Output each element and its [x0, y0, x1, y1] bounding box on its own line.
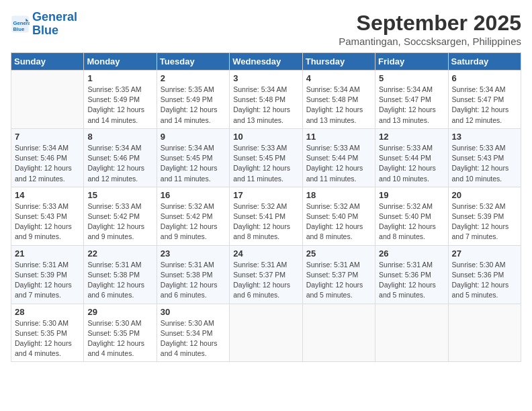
- page-header: General Blue General Blue September 2025…: [11, 11, 521, 47]
- day-info: Sunrise: 5:30 AM Sunset: 5:34 PM Dayligh…: [161, 318, 226, 359]
- weekday-header-friday: Friday: [375, 53, 448, 71]
- calendar-week-row: 1Sunrise: 5:35 AM Sunset: 5:49 PM Daylig…: [11, 71, 521, 129]
- day-info: Sunrise: 5:35 AM Sunset: 5:49 PM Dayligh…: [161, 85, 226, 126]
- logo-icon: General Blue: [11, 15, 30, 34]
- day-number: 15: [87, 190, 152, 200]
- day-number: 7: [15, 132, 80, 142]
- calendar-cell: 18Sunrise: 5:32 AM Sunset: 5:40 PM Dayli…: [302, 187, 375, 245]
- day-info: Sunrise: 5:33 AM Sunset: 5:43 PM Dayligh…: [452, 143, 517, 184]
- calendar-cell: 25Sunrise: 5:31 AM Sunset: 5:37 PM Dayli…: [302, 245, 375, 304]
- day-info: Sunrise: 5:30 AM Sunset: 5:36 PM Dayligh…: [452, 260, 517, 301]
- day-info: Sunrise: 5:34 AM Sunset: 5:48 PM Dayligh…: [233, 85, 298, 126]
- calendar-cell: 3Sunrise: 5:34 AM Sunset: 5:48 PM Daylig…: [230, 71, 302, 129]
- svg-text:Blue: Blue: [13, 26, 25, 32]
- calendar-cell: 26Sunrise: 5:31 AM Sunset: 5:36 PM Dayli…: [375, 245, 448, 304]
- day-number: 22: [87, 248, 152, 259]
- day-number: 6: [452, 73, 517, 83]
- day-number: 18: [306, 190, 371, 200]
- calendar-cell: 11Sunrise: 5:33 AM Sunset: 5:44 PM Dayli…: [302, 128, 375, 187]
- day-number: 9: [161, 132, 226, 142]
- day-number: 8: [87, 132, 152, 142]
- calendar-week-row: 21Sunrise: 5:31 AM Sunset: 5:39 PM Dayli…: [11, 245, 521, 304]
- calendar-cell: 4Sunrise: 5:34 AM Sunset: 5:48 PM Daylig…: [302, 71, 375, 129]
- day-info: Sunrise: 5:34 AM Sunset: 5:47 PM Dayligh…: [452, 85, 517, 126]
- weekday-row: SundayMondayTuesdayWednesdayThursdayFrid…: [11, 53, 521, 71]
- calendar-cell: 8Sunrise: 5:34 AM Sunset: 5:46 PM Daylig…: [84, 128, 157, 187]
- logo-line1: General: [32, 10, 77, 24]
- weekday-header-wednesday: Wednesday: [230, 53, 302, 71]
- calendar-cell: 13Sunrise: 5:33 AM Sunset: 5:43 PM Dayli…: [448, 128, 521, 187]
- calendar-cell: 7Sunrise: 5:34 AM Sunset: 5:46 PM Daylig…: [11, 128, 84, 187]
- day-info: Sunrise: 5:32 AM Sunset: 5:42 PM Dayligh…: [161, 201, 226, 242]
- month-title: September 2025: [339, 11, 521, 36]
- title-block: September 2025 Pamantingan, Soccsksargen…: [339, 11, 521, 47]
- day-number: 21: [15, 248, 80, 259]
- calendar-table: SundayMondayTuesdayWednesdayThursdayFrid…: [11, 52, 521, 362]
- weekday-header-saturday: Saturday: [448, 53, 521, 71]
- day-number: 20: [452, 190, 517, 200]
- day-number: 27: [452, 248, 517, 259]
- calendar-week-row: 7Sunrise: 5:34 AM Sunset: 5:46 PM Daylig…: [11, 128, 521, 187]
- calendar-header: SundayMondayTuesdayWednesdayThursdayFrid…: [11, 53, 521, 71]
- calendar-cell: 5Sunrise: 5:34 AM Sunset: 5:47 PM Daylig…: [375, 71, 448, 129]
- weekday-header-tuesday: Tuesday: [157, 53, 229, 71]
- calendar-cell: [448, 304, 521, 362]
- day-number: 23: [161, 248, 226, 259]
- calendar-cell: 27Sunrise: 5:30 AM Sunset: 5:36 PM Dayli…: [448, 245, 521, 304]
- calendar-cell: [230, 304, 302, 362]
- calendar-cell: 2Sunrise: 5:35 AM Sunset: 5:49 PM Daylig…: [157, 71, 229, 129]
- day-number: 14: [15, 190, 80, 200]
- calendar-body: 1Sunrise: 5:35 AM Sunset: 5:49 PM Daylig…: [11, 71, 521, 362]
- day-info: Sunrise: 5:32 AM Sunset: 5:41 PM Dayligh…: [233, 201, 298, 242]
- day-number: 2: [161, 73, 226, 83]
- day-info: Sunrise: 5:35 AM Sunset: 5:49 PM Dayligh…: [87, 85, 152, 126]
- day-info: Sunrise: 5:30 AM Sunset: 5:35 PM Dayligh…: [87, 318, 152, 359]
- day-info: Sunrise: 5:34 AM Sunset: 5:48 PM Dayligh…: [306, 85, 371, 126]
- day-info: Sunrise: 5:34 AM Sunset: 5:46 PM Dayligh…: [87, 143, 152, 184]
- calendar-cell: 15Sunrise: 5:33 AM Sunset: 5:42 PM Dayli…: [84, 187, 157, 245]
- day-info: Sunrise: 5:31 AM Sunset: 5:37 PM Dayligh…: [233, 260, 298, 301]
- calendar-cell: 17Sunrise: 5:32 AM Sunset: 5:41 PM Dayli…: [230, 187, 302, 245]
- day-info: Sunrise: 5:30 AM Sunset: 5:35 PM Dayligh…: [15, 318, 80, 359]
- day-number: 24: [233, 248, 298, 259]
- logo: General Blue General Blue: [11, 11, 77, 38]
- day-info: Sunrise: 5:31 AM Sunset: 5:39 PM Dayligh…: [15, 260, 80, 301]
- calendar-cell: 24Sunrise: 5:31 AM Sunset: 5:37 PM Dayli…: [230, 245, 302, 304]
- day-number: 26: [379, 248, 444, 259]
- logo-text: General Blue: [32, 11, 77, 38]
- weekday-header-sunday: Sunday: [11, 53, 84, 71]
- calendar-cell: 30Sunrise: 5:30 AM Sunset: 5:34 PM Dayli…: [157, 304, 229, 362]
- logo-line2: Blue: [32, 24, 58, 37]
- calendar-cell: 10Sunrise: 5:33 AM Sunset: 5:45 PM Dayli…: [230, 128, 302, 187]
- calendar-cell: [11, 71, 84, 129]
- day-info: Sunrise: 5:34 AM Sunset: 5:46 PM Dayligh…: [15, 143, 80, 184]
- day-info: Sunrise: 5:32 AM Sunset: 5:40 PM Dayligh…: [306, 201, 371, 242]
- day-number: 16: [161, 190, 226, 200]
- calendar-cell: 20Sunrise: 5:32 AM Sunset: 5:39 PM Dayli…: [448, 187, 521, 245]
- weekday-header-thursday: Thursday: [302, 53, 375, 71]
- calendar-week-row: 28Sunrise: 5:30 AM Sunset: 5:35 PM Dayli…: [11, 304, 521, 362]
- calendar-cell: [375, 304, 448, 362]
- day-info: Sunrise: 5:31 AM Sunset: 5:36 PM Dayligh…: [379, 260, 444, 301]
- day-number: 5: [379, 73, 444, 83]
- calendar-cell: 9Sunrise: 5:34 AM Sunset: 5:45 PM Daylig…: [157, 128, 229, 187]
- day-info: Sunrise: 5:34 AM Sunset: 5:45 PM Dayligh…: [161, 143, 226, 184]
- day-number: 12: [379, 132, 444, 142]
- calendar-cell: 19Sunrise: 5:32 AM Sunset: 5:40 PM Dayli…: [375, 187, 448, 245]
- day-info: Sunrise: 5:33 AM Sunset: 5:45 PM Dayligh…: [233, 143, 298, 184]
- day-info: Sunrise: 5:32 AM Sunset: 5:40 PM Dayligh…: [379, 201, 444, 242]
- calendar-cell: 12Sunrise: 5:33 AM Sunset: 5:44 PM Dayli…: [375, 128, 448, 187]
- calendar-cell: 1Sunrise: 5:35 AM Sunset: 5:49 PM Daylig…: [84, 71, 157, 129]
- calendar-cell: 6Sunrise: 5:34 AM Sunset: 5:47 PM Daylig…: [448, 71, 521, 129]
- day-number: 3: [233, 73, 298, 83]
- day-info: Sunrise: 5:33 AM Sunset: 5:43 PM Dayligh…: [15, 201, 80, 242]
- calendar-cell: 16Sunrise: 5:32 AM Sunset: 5:42 PM Dayli…: [157, 187, 229, 245]
- calendar-cell: 21Sunrise: 5:31 AM Sunset: 5:39 PM Dayli…: [11, 245, 84, 304]
- day-info: Sunrise: 5:32 AM Sunset: 5:39 PM Dayligh…: [452, 201, 517, 242]
- day-info: Sunrise: 5:34 AM Sunset: 5:47 PM Dayligh…: [379, 85, 444, 126]
- calendar-cell: 29Sunrise: 5:30 AM Sunset: 5:35 PM Dayli…: [84, 304, 157, 362]
- day-number: 19: [379, 190, 444, 200]
- calendar-week-row: 14Sunrise: 5:33 AM Sunset: 5:43 PM Dayli…: [11, 187, 521, 245]
- day-info: Sunrise: 5:31 AM Sunset: 5:37 PM Dayligh…: [306, 260, 371, 301]
- day-number: 10: [233, 132, 298, 142]
